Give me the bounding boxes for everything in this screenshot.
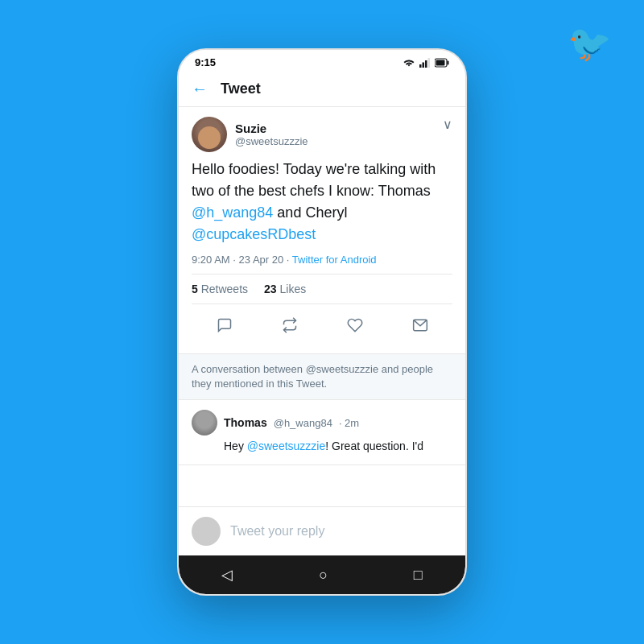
page-title: Tweet — [221, 80, 261, 97]
tweet-stats: 5 Retweets 23 Likes — [192, 274, 452, 304]
nav-home-button[interactable]: ○ — [303, 560, 344, 590]
comment-button[interactable] — [208, 314, 241, 341]
status-icons — [402, 58, 449, 68]
reply-input-area: Tweet your reply — [179, 506, 465, 555]
reply-handle[interactable]: @h_wang84 — [274, 417, 332, 429]
retweet-button[interactable] — [274, 314, 306, 341]
user-info: Suzie @sweetsuzzzie — [235, 122, 308, 147]
mention-h-wang[interactable]: @h_wang84 — [192, 204, 273, 221]
conversation-notice: A conversation between @sweetsuzzzie and… — [179, 354, 465, 400]
user-name: Suzie — [235, 122, 308, 135]
status-time: 9:15 — [195, 56, 216, 68]
svg-rect-5 — [448, 60, 449, 64]
scroll-content: Suzie @sweetsuzzzie ∨ Hello foodies! Tod… — [179, 107, 465, 506]
mention-cupcakes[interactable]: @cupcakesRDbest — [192, 226, 316, 242]
like-button[interactable] — [339, 314, 371, 341]
reply-header: Thomas @h_wang84 · 2m — [192, 410, 452, 436]
reply-user-name: Thomas — [224, 416, 267, 429]
tweet-user-row: Suzie @sweetsuzzzie — [192, 117, 308, 152]
phone-frame: 9:15 ← Tweet — [177, 48, 467, 596]
reply-input-avatar — [192, 517, 221, 546]
reply-input[interactable]: Tweet your reply — [230, 524, 452, 539]
twitter-logo-icon: 🐦 — [568, 23, 612, 64]
user-handle: @sweetsuzzzie — [235, 135, 308, 147]
tweet-header: Suzie @sweetsuzzzie ∨ — [192, 117, 452, 152]
app-header: ← Tweet — [179, 72, 465, 107]
reply-mention[interactable]: @sweetsuzzzie — [247, 440, 325, 452]
status-bar: 9:15 — [179, 50, 465, 72]
likes-stat: 23 Likes — [264, 283, 306, 295]
wifi-icon — [402, 58, 415, 68]
battery-icon — [435, 58, 449, 68]
share-button[interactable] — [404, 314, 436, 341]
nav-bar: ◁ ○ □ — [179, 555, 465, 594]
reply-avatar — [192, 410, 217, 436]
chevron-down-icon[interactable]: ∨ — [443, 117, 452, 132]
avatar — [192, 117, 227, 152]
source-link[interactable]: Twitter for Android — [292, 254, 377, 266]
svg-rect-6 — [436, 60, 445, 65]
svg-rect-3 — [428, 58, 431, 68]
tweet-text: Hello foodies! Today we're talking with … — [192, 159, 452, 246]
signal-icon — [419, 58, 431, 68]
retweets-stat: 5 Retweets — [192, 283, 248, 295]
back-button[interactable]: ← — [192, 80, 208, 98]
tweet-meta: 9:20 AM · 23 Apr 20 · Twitter for Androi… — [192, 254, 452, 266]
nav-recent-button[interactable]: □ — [398, 560, 439, 590]
svg-rect-2 — [425, 60, 427, 68]
svg-rect-1 — [423, 62, 425, 68]
svg-rect-0 — [419, 64, 422, 68]
tweet-actions — [192, 308, 452, 344]
reply-text: Hey @sweetsuzzzie! Great question. I'd — [224, 439, 452, 455]
reply-time: · 2m — [339, 417, 359, 429]
nav-back-button[interactable]: ◁ — [205, 559, 249, 590]
reply-tweet: Thomas @h_wang84 · 2m Hey @sweetsuzzzie!… — [179, 400, 465, 465]
tweet-card: Suzie @sweetsuzzzie ∨ Hello foodies! Tod… — [179, 107, 465, 354]
